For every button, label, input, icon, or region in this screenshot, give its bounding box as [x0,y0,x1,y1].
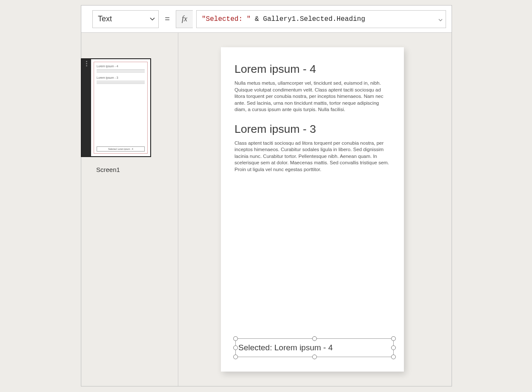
equals-symbol: = [162,14,172,24]
thumb-title-2: Lorem ipsum - 3 [97,76,145,79]
app-frame: Text = fx "Selected: " & Gallery1.Select… [81,5,452,386]
property-select-value: Text [98,14,112,23]
thumb-selected-row: Selected: Lorem ipsum - 4 [97,146,145,152]
screen-thumbnail[interactable]: Lorem ipsum - 4 Lorem ipsum - 3 Selected… [81,58,151,157]
gallery-item-body: Class aptent taciti sociosqu ad litora t… [235,140,390,173]
device-preview[interactable]: Lorem ipsum - 4 Nulla metus metus, ullam… [221,47,404,372]
selected-label-text: Selected: Lorem ipsum - 4 [238,343,333,352]
formula-expand-icon[interactable] [438,17,443,22]
gallery-item[interactable]: Lorem ipsum - 4 Nulla metus metus, ullam… [221,63,404,113]
screen-name-label[interactable]: Screen1 [96,166,120,173]
body-area: Lorem ipsum - 4 Lorem ipsum - 3 Selected… [81,33,452,386]
gallery-item-heading: Lorem ipsum - 3 [235,123,390,136]
resize-handle-top-right-icon[interactable] [391,336,396,341]
formula-text: "Selected: " & Gallery1.Selected.Heading [202,15,365,23]
formula-bar: Text = fx "Selected: " & Gallery1.Select… [81,6,452,33]
resize-handle-top-left-icon[interactable] [233,336,238,341]
formula-input[interactable]: "Selected: " & Gallery1.Selected.Heading [196,10,446,28]
gallery-item[interactable]: Lorem ipsum - 3 Class aptent taciti soci… [221,123,404,173]
property-select[interactable]: Text [92,10,159,28]
resize-handle-bottom-right-icon[interactable] [391,355,396,359]
selected-label-control[interactable]: Selected: Lorem ipsum - 4 [235,338,394,357]
resize-handle-bottom-left-icon[interactable] [233,355,238,359]
resize-handle-bottom-mid-icon[interactable] [312,355,317,359]
fx-icon[interactable]: fx [176,10,193,28]
chevron-down-icon [150,14,155,23]
thumb-body-lines [97,69,145,73]
gallery-item-heading: Lorem ipsum - 4 [235,63,390,76]
thumbnail-page: Lorem ipsum - 4 Lorem ipsum - 3 Selected… [94,62,148,154]
resize-handle-mid-left-icon[interactable] [233,346,238,350]
thumbnail-drag-strip [82,59,91,156]
thumb-body-lines [97,81,145,84]
resize-handle-mid-right-icon[interactable] [391,346,396,350]
canvas-pane: Lorem ipsum - 4 Nulla metus metus, ullam… [178,33,452,386]
tree-view-pane: Lorem ipsum - 4 Lorem ipsum - 3 Selected… [81,33,178,386]
gallery-item-body: Nulla metus metus, ullamcorper vel, tinc… [235,80,390,113]
thumb-title-1: Lorem ipsum - 4 [97,65,145,68]
resize-handle-top-mid-icon[interactable] [312,336,317,341]
